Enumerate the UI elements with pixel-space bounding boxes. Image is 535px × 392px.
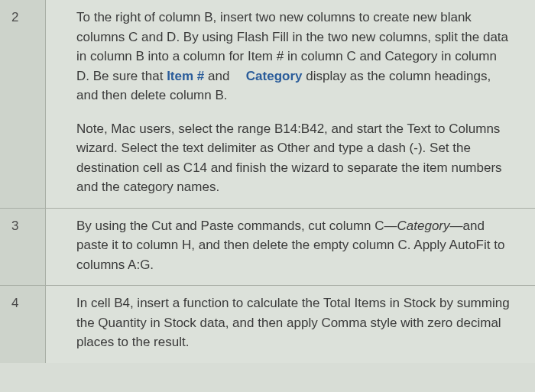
step-number: 3 [0,209,46,286]
step-number: 2 [0,0,46,208]
step-text: In cell B4, insert a function to calcula… [46,286,535,363]
annotation-icon [236,73,242,79]
table-row: 2 To the right of column B, insert two n… [0,0,535,209]
step-number: 4 [0,286,46,363]
step-text: By using the Cut and Paste commands, cut… [46,209,535,286]
text-span: and [204,69,233,83]
paragraph: In cell B4, insert a function to calcula… [76,293,512,352]
table-row: 4 In cell B4, insert a function to calcu… [0,286,535,363]
instruction-table: 2 To the right of column B, insert two n… [0,0,535,363]
link-category[interactable]: Category [246,69,303,83]
paragraph: By using the Cut and Paste commands, cut… [76,216,512,275]
link-item-num[interactable]: Item # [167,69,204,83]
paragraph: To the right of column B, insert two new… [76,8,512,105]
italic-text: Category [397,219,450,233]
paragraph: Note, Mac users, select the range B14:B4… [76,119,512,197]
table-row: 3 By using the Cut and Paste commands, c… [0,209,535,287]
step-text: To the right of column B, insert two new… [46,0,535,208]
text-span: By using the Cut and Paste commands, cut… [76,219,397,233]
